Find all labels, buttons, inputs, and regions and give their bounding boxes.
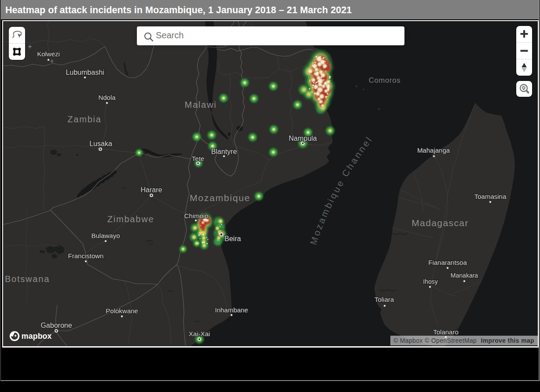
svg-text:Botswana: Botswana: [5, 274, 50, 284]
svg-text:Comoros: Comoros: [369, 76, 401, 84]
svg-text:Madagascar: Madagascar: [411, 218, 469, 228]
svg-text:Malawi: Malawi: [184, 100, 217, 110]
svg-text:Francistown: Francistown: [68, 252, 104, 260]
svg-text:Beira: Beira: [224, 235, 241, 242]
svg-text:Bulawayo: Bulawayo: [91, 232, 120, 239]
svg-text:mapbox: mapbox: [22, 332, 52, 341]
svg-text:Manakara: Manakara: [451, 272, 478, 279]
svg-text:Chimoio: Chimoio: [184, 212, 208, 220]
svg-text:Ihosy: Ihosy: [423, 278, 437, 285]
svg-text:Inhambane: Inhambane: [215, 306, 248, 314]
svg-text:Blantyre: Blantyre: [211, 148, 237, 155]
svg-text:Tete: Tete: [192, 155, 204, 162]
svg-text:Mozambique: Mozambique: [190, 193, 250, 203]
svg-text:Lubumbashi: Lubumbashi: [66, 69, 104, 76]
svg-text:Harare: Harare: [141, 186, 162, 194]
svg-text:Polokwane: Polokwane: [106, 307, 138, 315]
svg-text:Fianarantsoa: Fianarantsoa: [428, 259, 467, 266]
svg-text:Nampula: Nampula: [289, 135, 317, 142]
svg-text:Tolanaro: Tolanaro: [433, 328, 459, 336]
svg-text:Mahajanga: Mahajanga: [417, 147, 450, 154]
svg-text:Zambia: Zambia: [67, 114, 102, 124]
svg-text:Xai-Xai: Xai-Xai: [189, 330, 210, 337]
svg-text:Lusaka: Lusaka: [89, 140, 112, 147]
svg-text:Ndola: Ndola: [98, 94, 116, 101]
svg-text:Toliara: Toliara: [375, 296, 394, 303]
svg-text:Kolwezi: Kolwezi: [37, 50, 60, 58]
svg-text:Toamasina: Toamasina: [474, 193, 507, 200]
svg-text:Gaborone: Gaborone: [40, 322, 72, 329]
svg-text:Zimbabwe: Zimbabwe: [107, 214, 154, 224]
